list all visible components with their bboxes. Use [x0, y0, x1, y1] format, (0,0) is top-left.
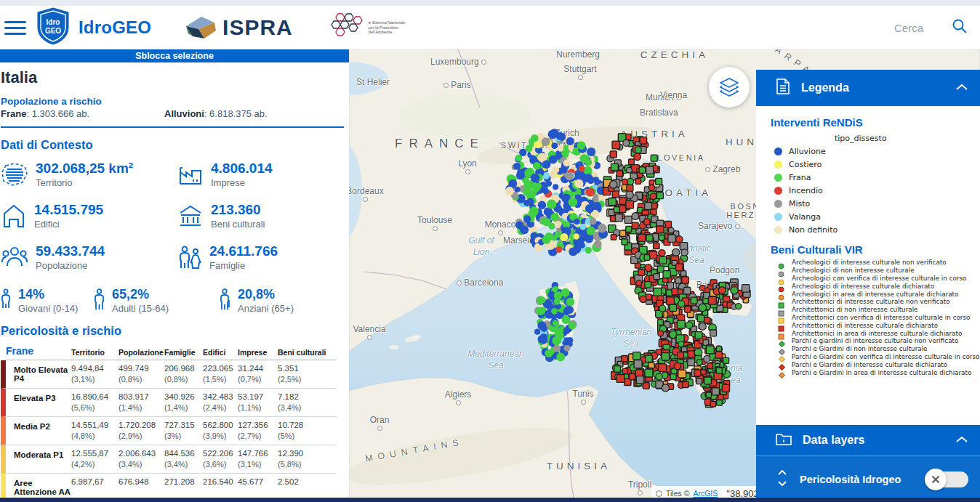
footer-edge — [0, 498, 980, 502]
search-input[interactable] — [894, 22, 932, 34]
stat-label: Giovani (0-14) — [18, 303, 78, 314]
legend-header[interactable]: Legenda — [756, 70, 980, 106]
vir-legend-list: Archeologici di interesse culturale non … — [756, 259, 980, 376]
idrogeo-shield-logo[interactable]: Idro GEO — [36, 7, 70, 48]
snpa-logo[interactable]: ● Sistema Nazionale per la Protezione de… — [318, 11, 406, 44]
stat-value: 59.433.744 — [36, 243, 105, 259]
menu-icon[interactable] — [4, 21, 26, 35]
hazard-cell-value: 562.800 — [203, 421, 238, 429]
risk-population-heading: Popolazione a rischio — [1, 96, 337, 107]
hazard-cell-percent: (4,8%) — [71, 432, 119, 440]
vir-legend-item: Architettonici di non interesse cultural… — [756, 306, 980, 314]
age-stat: 65,2%Adulti (15-64) — [94, 287, 219, 314]
circle-marker-icon — [778, 283, 784, 289]
legend-item-label: Architettonici con verifica di interesse… — [792, 314, 970, 321]
unlock-selection-button[interactable]: Sblocca selezione — [0, 49, 349, 62]
legend-item-label: Parchi e Giardini con verifica di intere… — [792, 353, 979, 360]
legend-item-label: Archeologici con verifica di interesse c… — [792, 275, 966, 282]
snpa-hexagons-icon — [318, 11, 366, 44]
stat-label: Popolazione — [36, 260, 105, 271]
hazard-cell-percent: (0,7%) — [238, 375, 278, 384]
stat-value: 65,2% — [112, 287, 169, 302]
legend-dot-icon — [774, 161, 782, 169]
hazard-cell-percent: (3%) — [164, 432, 203, 440]
context-stats-grid: 302.068,25 km²Territorio4.806.014Imprese… — [1, 161, 337, 272]
divider — [1, 126, 344, 128]
stat-value: 213.360 — [211, 202, 265, 218]
age-stat-text: 20,8%Anziani (65+) — [238, 287, 294, 314]
hazard-cell-value: 271.208 — [164, 477, 203, 486]
hazard-cell-value: 53.197 — [238, 392, 278, 401]
hazard-cell-value: 12.390 — [278, 449, 337, 458]
legend-item-label: Incendio — [789, 186, 823, 195]
collapse-legend-icon[interactable] — [955, 81, 968, 94]
hazard-column-header: Popolazione — [119, 348, 164, 357]
hazard-cell-value: 216.540 — [203, 477, 238, 486]
page-title: Italia — [1, 68, 337, 87]
legend-item-label: Parchi e Giardini in area di interesse c… — [792, 369, 971, 376]
hazard-cell-value: 6.987,67 — [71, 477, 119, 486]
attribution-toggle-icon[interactable] — [656, 490, 662, 497]
hazard-cell: 45.677 — [238, 477, 278, 496]
hazard-cell-percent: (2,4%) — [203, 403, 238, 412]
diamond-marker-icon — [778, 338, 784, 344]
hazard-cell-percent: (3,4%) — [164, 460, 203, 469]
hazard-cell-value: 31.244 — [238, 364, 278, 373]
context-stat-text: 4.806.014Imprese — [211, 161, 273, 188]
rendis-legend-item: Non definito — [756, 223, 980, 236]
hazard-cell-value: 5.351 — [278, 364, 337, 373]
vir-legend-item: Archeologici di interesse culturale non … — [756, 259, 980, 267]
arcgis-link[interactable]: ArcGIS — [693, 489, 718, 498]
hazard-cell: 499.749(0,8%) — [119, 364, 164, 384]
context-stat: 59.433.744Popolazione — [1, 243, 177, 272]
stat-label: Beni culturali — [211, 219, 265, 230]
hazard-cell-percent: (4,2%) — [71, 460, 119, 469]
hazard-cell-value: 16.890,64 — [71, 392, 119, 401]
legend-item-label: Archeologici in area di interesse cultur… — [792, 291, 958, 298]
hazard-cell: 12.390(5,8%) — [278, 449, 337, 469]
folder-info-icon — [775, 432, 792, 449]
hazard-cell-value: 147.766 — [238, 449, 278, 458]
hazard-cell: 562.800(3,9%) — [203, 421, 238, 440]
square-marker-icon — [778, 330, 784, 336]
rendis-legend-item: Valanga — [756, 210, 980, 223]
search-icon[interactable] — [951, 17, 968, 38]
hazard-cell-percent: (1,5%) — [203, 375, 238, 384]
collapse-data-layers-icon[interactable] — [955, 434, 968, 447]
legend-item-label: Architettonici di interesse culturale no… — [792, 298, 950, 305]
basemap-layers-button[interactable] — [709, 67, 750, 108]
population-icon — [1, 243, 28, 271]
ispra-logo[interactable]: ISPRA — [182, 12, 293, 43]
building-icon — [1, 202, 27, 231]
hazard-cell-percent: (5,6%) — [71, 403, 119, 412]
hazard-table-row: Aree Attenzione AA6.987,67676.948271.208… — [1, 474, 337, 501]
legend-item-label: Parchi e giardini di interesse culturale… — [792, 337, 958, 344]
brand-title[interactable]: IdroGEO — [79, 17, 151, 38]
hazard-cell: 6.987,67 — [71, 477, 119, 496]
vir-legend-item: Architettonici di interesse culturale di… — [756, 321, 980, 329]
vir-legend-item: Parchi e Giardini con verifica di intere… — [756, 353, 980, 361]
top-strip — [0, 0, 980, 6]
diamond-marker-icon — [778, 369, 784, 376]
context-stat: 302.068,25 km²Territorio — [1, 161, 177, 190]
rendis-legend-item: Incendio — [756, 184, 980, 197]
hazard-table-header: FraneTerritorioPopolazioneFamiglieEdific… — [1, 344, 337, 360]
data-layers-header[interactable]: Data layers — [756, 425, 980, 456]
attribution-text: Tiles © — [666, 489, 689, 498]
app-header: Idro GEO IdroGEO ISPRA — [0, 6, 980, 49]
hazard-column-header: Edifici — [203, 348, 238, 357]
family-icon — [177, 243, 202, 272]
hazard-cell-percent: (0,8%) — [119, 375, 164, 384]
reorder-layer-icon[interactable] — [776, 469, 788, 490]
stat-value: 24.611.766 — [209, 243, 278, 259]
hazard-row-label: Aree Attenzione AA — [6, 477, 71, 496]
hazard-cell-value: 45.677 — [238, 477, 278, 486]
hazard-cell-value: 2.006.643 — [119, 449, 164, 458]
context-stat-text: 302.068,25 km²Territorio — [36, 161, 133, 188]
pericolosita-idrogeo-toggle[interactable] — [925, 469, 970, 490]
context-stat-text: 24.611.766Famiglie — [209, 243, 278, 271]
rendis-legend-list: AlluvioneCostieroFranaIncendioMistoValan… — [756, 145, 980, 236]
square-marker-icon — [778, 299, 784, 305]
landslide-hazard-table: FraneTerritorioPopolazioneFamiglieEdific… — [1, 344, 337, 501]
hazard-column-header: Beni culturali — [278, 348, 337, 357]
